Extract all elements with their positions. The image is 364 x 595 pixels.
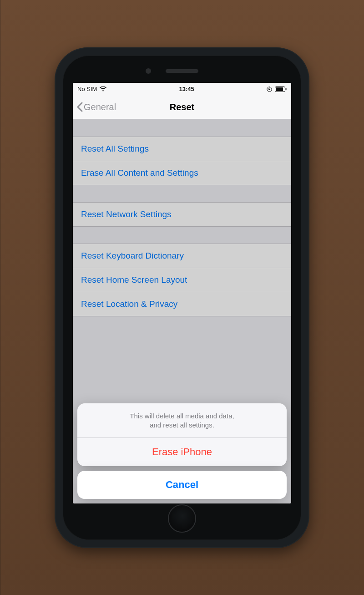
back-button[interactable]: General [76, 102, 170, 112]
chevron-left-icon [76, 102, 83, 112]
back-label: General [84, 102, 116, 112]
front-camera [146, 68, 151, 74]
status-left: No SIM [77, 86, 106, 92]
nav-title: Reset [170, 102, 194, 112]
action-sheet-panel: This will delete all media and data, and… [77, 403, 287, 466]
speaker-slot [166, 69, 198, 73]
status-right [267, 86, 287, 92]
orientation-lock-icon [267, 86, 272, 92]
battery-icon [275, 86, 287, 92]
phone-case: No SIM 13:45 [55, 47, 309, 548]
action-sheet-message-line2: and reset all settings. [150, 421, 214, 429]
status-bar: No SIM 13:45 [73, 83, 291, 96]
home-button[interactable] [168, 504, 196, 533]
action-sheet-message: This will delete all media and data, and… [77, 403, 287, 437]
action-sheet-message-line1: This will delete all media and data, [130, 412, 234, 420]
action-sheet: This will delete all media and data, and… [77, 403, 287, 499]
nav-bar: General Reset [73, 96, 291, 119]
settings-content: Reset All Settings Erase All Content and… [73, 119, 291, 503]
carrier-label: No SIM [77, 86, 97, 92]
svg-rect-3 [276, 87, 283, 91]
cancel-button[interactable]: Cancel [77, 471, 287, 499]
phone-body: No SIM 13:45 [63, 56, 301, 540]
svg-rect-1 [268, 89, 270, 90]
status-time: 13:45 [179, 86, 194, 92]
svg-rect-4 [286, 88, 287, 90]
wifi-icon [100, 86, 106, 92]
erase-iphone-button[interactable]: Erase iPhone [77, 437, 287, 466]
screen: No SIM 13:45 [73, 83, 291, 503]
